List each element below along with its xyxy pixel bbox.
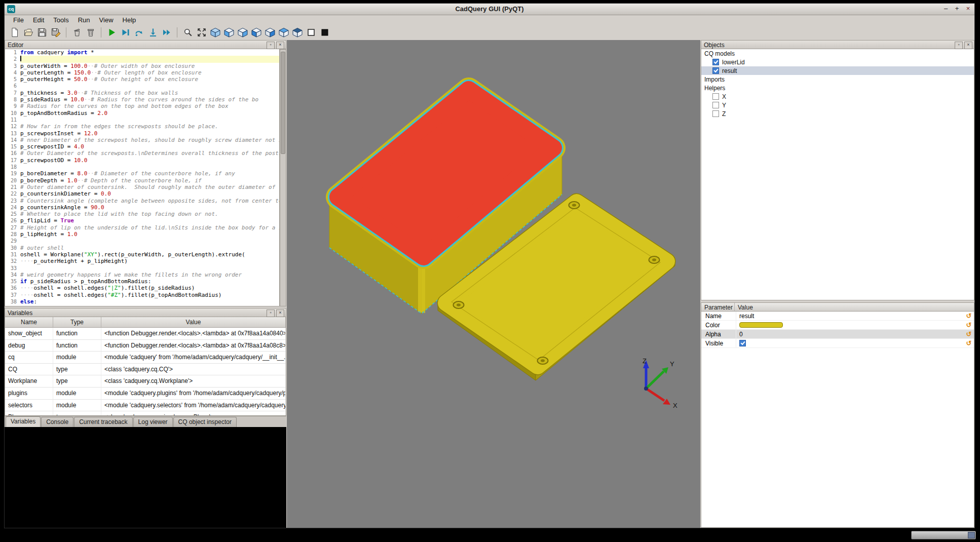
code-line[interactable]: 13p_screwpostInset = 12.0 (5, 130, 279, 137)
menu-file[interactable]: File (9, 16, 28, 24)
reset-icon[interactable]: ↺ (964, 339, 974, 347)
float-icon[interactable]: ▫ (955, 42, 963, 49)
tab-variables[interactable]: Variables (6, 416, 41, 427)
code-line[interactable]: 31oshell = Workplane("XY").rect(p_outerW… (5, 251, 279, 258)
view-front-button[interactable] (222, 26, 236, 39)
code-line[interactable]: 30# outer shell (5, 245, 279, 251)
param-row-visible[interactable]: Visible↺ (701, 339, 974, 348)
variable-row[interactable]: show_objectfunction<function Debugger.re… (5, 328, 286, 340)
code-line[interactable]: 33 (5, 265, 279, 272)
fit-all-button[interactable] (195, 26, 208, 39)
zoom-to-fit-button[interactable] (181, 26, 195, 39)
code-line[interactable]: 19p_boreDiameter = 8.0··# Diameter of th… (5, 170, 279, 177)
view-bottom-button[interactable] (290, 26, 304, 39)
code-line[interactable]: 10p_topAndBottomRadius = 2.0 (5, 110, 279, 117)
code-line[interactable]: 21# Outer diameter of countersink. Shoul… (5, 184, 279, 190)
wireframe-button[interactable] (304, 26, 318, 39)
tree-item-lowerlid[interactable]: lowerLid (701, 58, 974, 66)
code-line[interactable]: 39····oshell = oshell.edges("#Z").fillet… (5, 305, 279, 306)
menu-run[interactable]: Run (73, 16, 95, 24)
code-line[interactable]: 28p_lipHeight = 1.0 (5, 231, 279, 238)
visible-checkbox[interactable] (739, 340, 746, 346)
menu-edit[interactable]: Edit (28, 16, 49, 24)
column-header[interactable]: Type (53, 317, 101, 327)
variable-row[interactable]: Planetype<class 'cadquery.occ_impl.geom.… (5, 411, 286, 416)
code-line[interactable]: 36····oshell = oshell.edges("|Z").fillet… (5, 285, 279, 291)
close-icon[interactable]: × (276, 309, 284, 317)
code-line[interactable]: 34# weird geometry happens if we make th… (5, 272, 279, 278)
minimize-button[interactable]: – (942, 5, 950, 13)
delete-button[interactable] (84, 26, 97, 39)
menu-help[interactable]: Help (118, 16, 141, 24)
tab-cq-object-inspector[interactable]: CQ object inspector (173, 417, 237, 427)
step-into-button[interactable] (146, 26, 160, 39)
editor-scrollbar[interactable] (280, 49, 286, 306)
view-back-button[interactable] (236, 26, 249, 39)
checkbox[interactable] (712, 110, 719, 117)
code-line[interactable]: 11 (5, 117, 279, 123)
code-line[interactable]: 9# Radius for the curves on the top and … (5, 103, 279, 109)
tab-log-viewer[interactable]: Log viewer (133, 417, 173, 427)
tree-group-imports[interactable]: Imports (701, 75, 974, 84)
code-line[interactable]: 8p_sideRadius = 10.0··# Radius for the c… (5, 96, 279, 103)
checkbox[interactable] (712, 102, 719, 108)
open-file-button[interactable] (21, 26, 35, 39)
color-swatch[interactable] (739, 322, 783, 328)
column-header[interactable]: Value (101, 317, 286, 327)
desktop-status-widget[interactable] (911, 531, 976, 539)
variable-row[interactable]: Workplanetype<class 'cadquery.cq.Workpla… (5, 375, 286, 388)
tab-current-traceback[interactable]: Current traceback (74, 417, 132, 427)
variable-row[interactable]: debugfunction<function Debugger.render.<… (5, 340, 286, 352)
code-line[interactable]: 1from cadquery import * (5, 49, 279, 56)
debug-button[interactable] (119, 26, 132, 39)
code-line[interactable]: 12# How far in from the edges the screwp… (5, 123, 279, 130)
view-iso-button[interactable] (208, 26, 222, 39)
variable-row[interactable]: pluginsmodule<module 'cadquery.plugins' … (5, 388, 286, 400)
code-line[interactable]: 17p_screwpostOD = 10.0 (5, 157, 279, 164)
menu-tools[interactable]: Tools (49, 16, 73, 24)
code-line[interactable]: 7p_thickness = 3.0··# Thickness of the b… (5, 90, 279, 96)
code-line[interactable]: 14# nner Diameter of the screwpost holes… (5, 137, 279, 143)
tree-group-helpers[interactable]: Helpers (701, 84, 974, 92)
code-line[interactable]: 26p_flipLid = True (5, 217, 279, 224)
code-line[interactable]: 2 (5, 56, 279, 62)
code-line[interactable]: 3p_outerWidth = 100.0··# Outer width of … (5, 63, 279, 69)
tree-item-x[interactable]: X (701, 92, 974, 101)
code-line[interactable]: 37····oshell = oshell.edges("#Z").fillet… (5, 292, 279, 298)
reset-icon[interactable]: ↺ (964, 321, 974, 329)
scrollbar-thumb[interactable] (281, 52, 285, 154)
view-top-button[interactable] (277, 26, 290, 39)
save-button[interactable] (35, 26, 49, 39)
close-icon[interactable]: × (276, 42, 284, 49)
code-line[interactable]: 18 (5, 164, 279, 170)
tab-console[interactable]: Console (41, 417, 73, 427)
param-row-color[interactable]: Color↺ (701, 321, 974, 330)
reset-icon[interactable]: ↺ (964, 330, 974, 338)
tree-item-z[interactable]: Z (701, 109, 974, 118)
code-line[interactable]: 35if p_sideRadius > p_topAndBottomRadius… (5, 278, 279, 285)
code-line[interactable]: 29 (5, 238, 279, 244)
new-file-button[interactable] (8, 26, 21, 39)
checkbox[interactable] (712, 67, 719, 74)
param-row-name[interactable]: Nameresult↺ (701, 312, 974, 321)
checkbox[interactable] (712, 93, 719, 100)
tree-item-result[interactable]: result (701, 66, 974, 75)
reset-icon[interactable]: ↺ (964, 312, 974, 320)
viewport-canvas[interactable]: Z Y X (287, 40, 700, 528)
view-right-button[interactable] (263, 26, 277, 39)
maximize-button[interactable]: + (953, 5, 961, 13)
code-line[interactable]: 27# Height of lip on the underside of th… (5, 224, 279, 231)
shaded-button[interactable] (318, 26, 331, 39)
close-icon[interactable]: × (964, 42, 972, 49)
column-header[interactable]: Name (5, 317, 53, 327)
code-line[interactable]: 23# Countersink angle (complete angle be… (5, 198, 279, 204)
checkbox[interactable] (712, 59, 719, 65)
variable-row[interactable]: selectorsmodule<module 'cadquery.selecto… (5, 400, 286, 412)
float-icon[interactable]: ▫ (267, 42, 275, 49)
viewport-3d[interactable]: Z Y X (287, 40, 700, 528)
variable-row[interactable]: CQtype<class 'cadquery.cq.CQ'> (5, 364, 286, 376)
code-line[interactable]: 4p_outerLength = 150.0··# Outer length o… (5, 69, 279, 76)
code-line[interactable]: 16# Outer Diameter of the screwposts.\nD… (5, 150, 279, 157)
param-row-alpha[interactable]: Alpha0↺ (701, 330, 974, 339)
variable-row[interactable]: cqmodule<module 'cadquery' from '/home/a… (5, 352, 286, 364)
